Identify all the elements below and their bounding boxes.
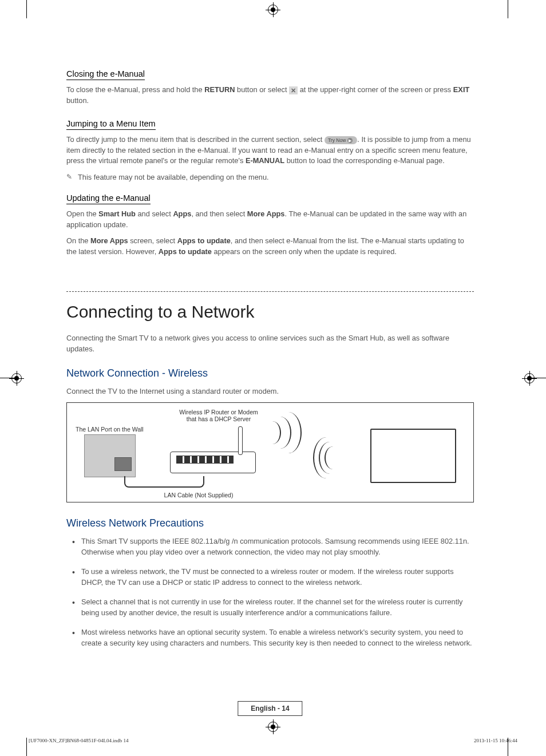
moreapps-label-2: More Apps [90,236,128,245]
emanual-label: E-MANUAL [246,156,284,165]
text: On the [66,236,90,245]
text: screen, select [128,236,177,245]
diagram-cable-label: LAN Cable (Not Supplied) [150,492,247,498]
registration-mark-left [11,373,22,383]
page-content: Closing the e-Manual To close the e-Manu… [66,69,474,710]
jumping-note: This feature may not be available, depen… [66,172,474,183]
precaution-bullet: Select a channel that is not currently i… [66,597,474,618]
text: appears on the screen only when the upda… [212,247,397,256]
section-title-network: Connecting to a Network [66,302,474,322]
jumping-paragraph: To directly jump to the menu item that i… [66,134,474,167]
precaution-bullet: This Smart TV supports the IEEE 802.11a/… [66,536,474,557]
return-label: RETURN [204,85,235,94]
section-divider: Connecting to a Network Connecting the S… [66,291,474,648]
heading-wireless-connection: Network Connection - Wireless [66,367,474,379]
exit-label: EXIT [453,85,469,94]
text: To close the e-Manual, press and hold th… [66,85,204,94]
page-number-footer: English - 14 [238,701,302,716]
document-footer-timestamp: 2013-11-15 10:46:44 [474,738,517,743]
close-icon: ✕ [289,86,298,94]
try-now-icon: Try Now [325,136,357,144]
closing-paragraph: To close the e-Manual, press and hold th… [66,85,474,106]
registration-mark-bottom [268,722,278,732]
heading-closing-emanual: Closing the e-Manual [66,69,145,80]
document-footer-filename: [UF7000-XN_ZF]BN68-04851F-04L04.indb 14 [29,738,129,743]
diagram-router-label-a: Wireless IP Router or Modem [179,409,258,415]
text: Open the [66,209,98,218]
heading-wireless-precautions: Wireless Network Precautions [66,517,474,529]
text: and select [136,209,173,218]
diagram-router [170,452,256,473]
updating-paragraph-1: Open the Smart Hub and select Apps, and … [66,209,474,230]
diagram-tv [370,429,456,483]
text: button to load the corresponding e-Manua… [284,156,445,165]
precaution-bullet: To use a wireless network, the TV must b… [66,567,474,588]
registration-mark-top [268,5,278,15]
precaution-bullet: Most wireless networks have an optional … [66,627,474,648]
updating-paragraph-2: On the More Apps screen, select Apps to … [66,236,474,257]
text: button or select [235,85,289,94]
wireless-intro: Connect the TV to the Internet using a s… [66,386,474,397]
diagram-signal-out [275,412,302,453]
text: button. [66,96,89,105]
apps-label: Apps [173,209,191,218]
diagram-wall-port [84,434,136,477]
moreapps-label: More Apps [247,209,285,218]
text: , and then select [191,209,247,218]
heading-updating-emanual: Updating the e-Manual [66,193,151,204]
diagram-wall-label: The LAN Port on the Wall [76,426,150,433]
heading-jumping-menu: Jumping to a Menu Item [66,119,156,130]
appstoupdate-label-2: Apps to update [159,247,212,256]
smarthub-label: Smart Hub [98,209,136,218]
registration-mark-right [524,373,535,383]
diagram-signal-in [313,437,339,478]
wireless-connection-diagram: Wireless IP Router or Modem that has a D… [66,402,474,502]
network-intro: Connecting the Smart TV to a network giv… [66,333,474,354]
text: To directly jump to the menu item that i… [66,135,325,144]
diagram-router-label-b: that has a DHCP Server [187,415,251,422]
text: at the upper-right corner of the screen … [298,85,453,94]
appstoupdate-label: Apps to update [177,236,231,245]
diagram-lan-cable [124,476,204,488]
